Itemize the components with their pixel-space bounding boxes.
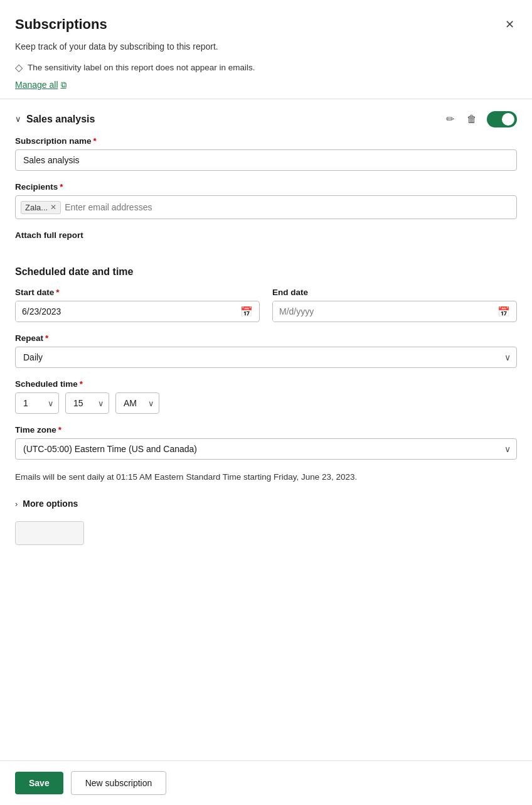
- repeat-select[interactable]: Daily Weekly Monthly After data refresh: [15, 347, 517, 368]
- panel-header: Subscriptions ✕: [0, 0, 532, 41]
- schedule-section-heading: Scheduled date and time: [15, 266, 517, 278]
- section-header-left: ∨ Sales analysis: [15, 114, 95, 125]
- minute-select-wrapper: 00051015 20253035 40455055 ∨: [65, 392, 109, 414]
- hour-select-wrapper: 1234 5678 9101112 ∨: [15, 392, 59, 414]
- date-row: Start date * 📅 End date �: [15, 288, 517, 322]
- subscription-section: ∨ Sales analysis ✏ 🗑 Subscription name: [0, 99, 532, 549]
- repeat-select-wrapper: Daily Weekly Monthly After data refresh …: [15, 347, 517, 368]
- end-date-input[interactable]: [273, 301, 491, 321]
- scheduled-time-label: Scheduled time *: [15, 379, 517, 389]
- attach-report-label: Attach full report: [15, 230, 517, 240]
- external-link-icon: ⧉: [61, 80, 66, 90]
- manage-all-row: Manage all ⧉: [0, 77, 532, 99]
- time-row: 1234 5678 9101112 ∨ 00051015 20253035 40…: [15, 392, 517, 414]
- close-button[interactable]: ✕: [503, 15, 517, 34]
- required-star-start: *: [56, 288, 59, 297]
- manage-all-label: Manage all: [15, 80, 58, 90]
- more-options-row[interactable]: › More options: [15, 494, 517, 517]
- subscription-name-label: Subscription name *: [15, 136, 517, 146]
- scheduled-time-group: Scheduled time * 1234 5678 9101112 ∨ 000…: [15, 379, 517, 414]
- minute-select[interactable]: 00051015 20253035 40455055: [65, 392, 109, 414]
- subscriptions-panel: Subscriptions ✕ Keep track of your data …: [0, 0, 532, 805]
- required-star-repeat: *: [45, 333, 48, 343]
- subscription-name-group: Subscription name *: [15, 136, 517, 171]
- repeat-label: Repeat *: [15, 333, 517, 343]
- collapse-chevron-icon[interactable]: ∨: [15, 114, 21, 124]
- required-star: *: [93, 136, 97, 146]
- subscription-toggle[interactable]: [487, 111, 517, 127]
- recipients-input-wrapper[interactable]: Zala... ✕: [15, 195, 517, 219]
- recipient-tag: Zala... ✕: [21, 201, 61, 214]
- end-calendar-icon: 📅: [497, 306, 510, 318]
- close-icon: ✕: [505, 18, 514, 31]
- calendar-icon: 📅: [240, 306, 253, 318]
- partial-button-area: [15, 517, 517, 549]
- edit-button[interactable]: ✏: [444, 111, 457, 127]
- attach-report-group: Attach full report: [15, 230, 517, 255]
- delete-icon: 🗑: [467, 114, 477, 124]
- panel-title: Subscriptions: [15, 16, 107, 33]
- end-date-label: End date: [272, 288, 517, 297]
- end-date-group: End date 📅: [272, 288, 517, 322]
- toggle-slider: [487, 111, 517, 127]
- start-date-input-wrapper: 📅: [15, 301, 260, 322]
- repeat-group: Repeat * Daily Weekly Monthly After data…: [15, 333, 517, 368]
- timezone-select[interactable]: (UTC-05:00) Eastern Time (US and Canada)…: [15, 438, 517, 460]
- bottom-bar: Save New subscription: [0, 760, 532, 805]
- start-date-group: Start date * 📅: [15, 288, 260, 322]
- start-date-input[interactable]: [16, 301, 234, 321]
- section-title: Sales analysis: [26, 114, 95, 125]
- required-star-recipients: *: [60, 182, 63, 192]
- sensitivity-text: The sensitivity label on this report doe…: [28, 63, 255, 72]
- delete-button[interactable]: 🗑: [464, 111, 479, 127]
- hour-select[interactable]: 1234 5678 9101112: [15, 392, 59, 414]
- timezone-label: Time zone *: [15, 425, 517, 435]
- schedule-info: Emails will be sent daily at 01:15 AM Ea…: [15, 471, 517, 484]
- sensitivity-row: ◇ The sensitivity label on this report d…: [0, 58, 532, 77]
- section-actions: ✏ 🗑: [444, 111, 517, 127]
- panel-subtitle: Keep track of your data by subscribing t…: [0, 41, 532, 58]
- sensitivity-icon: ◇: [15, 62, 23, 73]
- end-date-input-wrapper: 📅: [272, 301, 517, 322]
- manage-all-link[interactable]: Manage all ⧉: [15, 80, 66, 90]
- timezone-group: Time zone * (UTC-05:00) Eastern Time (US…: [15, 425, 517, 460]
- more-options-chevron-icon: ›: [15, 499, 18, 509]
- recipients-email-input[interactable]: [65, 202, 511, 212]
- ampm-select[interactable]: AM PM: [115, 392, 159, 414]
- start-date-label: Start date *: [15, 288, 260, 297]
- more-options-label: More options: [23, 499, 78, 509]
- partial-placeholder: [15, 521, 84, 545]
- required-star-tz: *: [58, 425, 61, 435]
- recipient-tag-remove[interactable]: ✕: [50, 203, 56, 211]
- ampm-select-wrapper: AM PM ∨: [115, 392, 159, 414]
- section-header: ∨ Sales analysis ✏ 🗑: [15, 99, 517, 136]
- subscription-name-input[interactable]: [15, 149, 517, 171]
- recipient-tag-label: Zala...: [25, 203, 48, 212]
- save-button[interactable]: Save: [15, 772, 63, 794]
- timezone-select-wrapper: (UTC-05:00) Eastern Time (US and Canada)…: [15, 438, 517, 460]
- new-subscription-button[interactable]: New subscription: [71, 771, 167, 795]
- end-date-calendar-button[interactable]: 📅: [491, 302, 516, 321]
- start-date-calendar-button[interactable]: 📅: [234, 302, 259, 321]
- recipients-label: Recipients *: [15, 182, 517, 192]
- edit-icon: ✏: [446, 114, 454, 124]
- recipients-group: Recipients * Zala... ✕: [15, 182, 517, 219]
- required-star-time: *: [80, 379, 83, 389]
